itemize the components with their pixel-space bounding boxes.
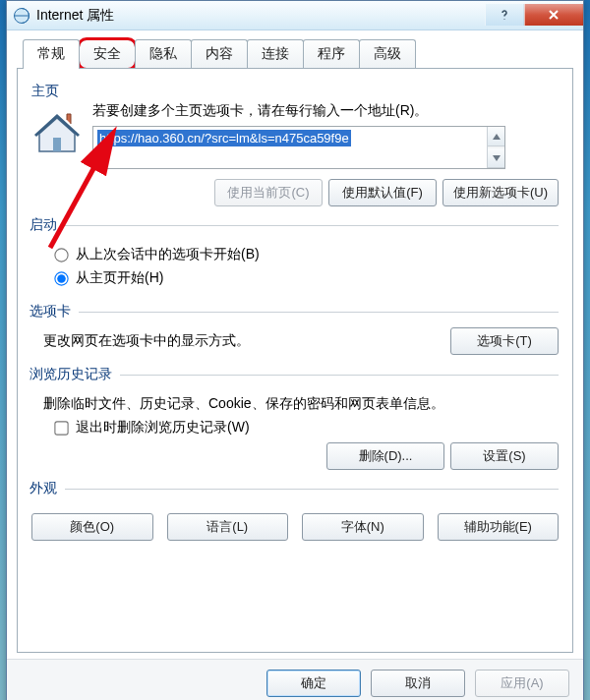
help-button[interactable] <box>485 4 524 26</box>
tab-content[interactable]: 内容 <box>191 39 248 69</box>
use-current-button[interactable]: 使用当前页(C) <box>214 179 323 206</box>
history-settings-button[interactable]: 设置(S) <box>450 442 559 470</box>
tab-connections[interactable]: 连接 <box>247 39 304 69</box>
tab-advanced[interactable]: 高级 <box>359 39 416 69</box>
startup-label: 启动 <box>30 216 65 234</box>
home-icon <box>31 106 83 157</box>
use-newtab-button[interactable]: 使用新选项卡(U) <box>442 179 559 206</box>
window-title: Internet 属性 <box>36 7 485 25</box>
startup-home-radio[interactable]: 从主页开始(H) <box>55 269 559 287</box>
textarea-scrollbar[interactable] <box>487 127 504 168</box>
tab-privacy[interactable]: 隐私 <box>135 39 192 69</box>
ok-button[interactable]: 确定 <box>266 670 361 697</box>
tabs-section-desc: 更改网页在选项卡中的显示方式。 <box>43 332 250 350</box>
scroll-down-icon[interactable] <box>488 148 504 168</box>
languages-button[interactable]: 语言(L) <box>167 513 289 541</box>
close-button[interactable] <box>524 4 583 26</box>
colors-button[interactable]: 颜色(O) <box>31 513 153 541</box>
appearance-label: 外观 <box>30 480 65 497</box>
fonts-button[interactable]: 字体(N) <box>302 513 424 541</box>
history-desc: 删除临时文件、历史记录、Cookie、保存的密码和网页表单信息。 <box>43 395 559 413</box>
startup-last-session-radio[interactable]: 从上次会话中的选项卡开始(B) <box>55 246 559 263</box>
use-default-button[interactable]: 使用默认值(F) <box>328 179 437 206</box>
tab-programs[interactable]: 程序 <box>303 39 360 69</box>
homepage-hint: 若要创建多个主页选项卡，请在每行输入一个地址(R)。 <box>92 102 559 120</box>
svg-rect-1 <box>53 138 61 151</box>
tab-security[interactable]: 安全 <box>79 39 136 69</box>
homepage-label: 主页 <box>31 83 559 100</box>
accessibility-button[interactable]: 辅助功能(E) <box>438 513 560 541</box>
homepage-url-input[interactable]: https://hao.360.cn/?src=lm&ls=n475ca59f9… <box>93 127 487 168</box>
scroll-up-icon[interactable] <box>488 127 504 146</box>
delete-on-exit-text: 退出时删除浏览历史记录(W) <box>76 419 250 437</box>
homepage-url-value: https://hao.360.cn/?src=lm&ls=n475ca59f9… <box>97 130 351 146</box>
cancel-button[interactable]: 取消 <box>371 670 465 697</box>
startup-last-session-text: 从上次会话中的选项卡开始(B) <box>76 246 260 263</box>
tab-general[interactable]: 常规 <box>23 39 80 69</box>
startup-home-text: 从主页开始(H) <box>76 269 163 287</box>
ie-options-icon <box>13 7 30 25</box>
tabs-section-label: 选项卡 <box>30 303 79 321</box>
apply-button[interactable]: 应用(A) <box>475 670 569 697</box>
delete-on-exit-checkbox[interactable]: 退出时删除浏览历史记录(W) <box>55 419 559 437</box>
tabs-settings-button[interactable]: 选项卡(T) <box>450 327 559 355</box>
delete-history-button[interactable]: 删除(D)... <box>326 442 444 470</box>
history-label: 浏览历史记录 <box>30 366 120 383</box>
